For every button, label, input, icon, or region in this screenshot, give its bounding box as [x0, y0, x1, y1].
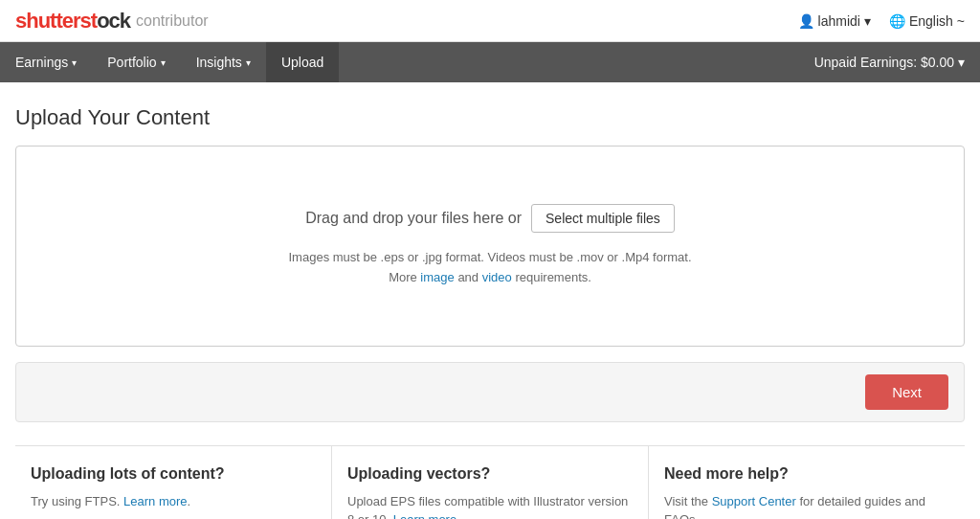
- nav-left: Earnings ▾ Portfolio ▾ Insights ▾ Upload: [0, 42, 339, 82]
- drag-drop-text: Drag and drop your files here or: [305, 210, 522, 227]
- upload-dropzone[interactable]: Drag and drop your files here or Select …: [15, 146, 965, 347]
- nav-earnings-chevron: ▾: [72, 57, 77, 68]
- ftps-learn-more-link[interactable]: Learn more: [123, 494, 187, 508]
- page-title: Upload Your Content: [15, 105, 965, 130]
- lang-label: English: [909, 13, 953, 29]
- user-label: lahmidi: [818, 13, 860, 29]
- nav-earnings-display[interactable]: Unpaid Earnings: $0.00 ▾: [814, 55, 980, 70]
- nav-item-upload[interactable]: Upload: [266, 42, 339, 82]
- unpaid-earnings-label: Unpaid Earnings: $0.00: [814, 55, 954, 70]
- req-line1: Images must be .eps or .jpg format. Vide…: [289, 250, 692, 264]
- info-section-vectors: Uploading vectors? Upload EPS files comp…: [332, 446, 649, 519]
- user-icon: 👤: [799, 13, 814, 29]
- image-requirements-link[interactable]: image: [420, 270, 454, 284]
- req-and: and: [455, 270, 482, 284]
- next-button-bar: Next: [15, 362, 965, 422]
- info-vectors-title: Uploading vectors?: [347, 465, 633, 483]
- info-section-help: Need more help? Visit the Support Center…: [649, 446, 965, 519]
- globe-icon: 🌐: [890, 13, 905, 29]
- top-header: shutterstock contributor 👤 lahmidi ▾ 🌐 E…: [0, 0, 980, 42]
- nav-portfolio-label: Portfolio: [107, 55, 156, 70]
- info-help-text: Visit the Support Center for detailed gu…: [664, 492, 949, 519]
- info-vectors-text: Upload EPS files compatible with Illustr…: [347, 492, 633, 519]
- next-button[interactable]: Next: [865, 374, 948, 410]
- nav-insights-label: Insights: [196, 55, 242, 70]
- video-requirements-link[interactable]: video: [482, 270, 512, 284]
- req-suffix: requirements.: [512, 270, 591, 284]
- nav-item-insights[interactable]: Insights ▾: [181, 42, 266, 82]
- nav-upload-label: Upload: [281, 55, 323, 70]
- info-ftps-text: Try using FTPS. Learn more.: [31, 492, 316, 511]
- language-menu[interactable]: 🌐 English ~: [890, 13, 965, 29]
- nav-insights-chevron: ▾: [246, 57, 251, 68]
- lang-chevron: ~: [957, 13, 965, 29]
- logo-contributor: contributor: [136, 12, 209, 30]
- nav-bar: Earnings ▾ Portfolio ▾ Insights ▾ Upload…: [0, 42, 980, 82]
- upload-requirements: Images must be .eps or .jpg format. Vide…: [35, 248, 945, 288]
- main-content: Upload Your Content Drag and drop your f…: [0, 82, 980, 519]
- drag-drop-area: Drag and drop your files here or Select …: [35, 204, 945, 233]
- top-right-area: 👤 lahmidi ▾ 🌐 English ~: [799, 13, 965, 29]
- user-menu[interactable]: 👤 lahmidi ▾: [799, 13, 871, 29]
- vectors-learn-more-link[interactable]: Learn more: [393, 512, 457, 519]
- select-files-button[interactable]: Select multiple files: [531, 204, 675, 233]
- logo-area: shutterstock contributor: [15, 9, 209, 34]
- info-sections: Uploading lots of content? Try using FTP…: [15, 445, 965, 519]
- info-section-ftps: Uploading lots of content? Try using FTP…: [15, 446, 332, 519]
- info-ftps-title: Uploading lots of content?: [31, 465, 316, 483]
- nav-item-portfolio[interactable]: Portfolio ▾: [92, 42, 180, 82]
- user-chevron: ▾: [864, 13, 871, 29]
- support-center-link[interactable]: Support Center: [712, 494, 796, 508]
- logo-shutterstock: shutterstock: [15, 9, 130, 34]
- info-help-title: Need more help?: [664, 465, 949, 483]
- req-line2-prefix: More: [389, 270, 420, 284]
- nav-earnings-label: Earnings: [15, 55, 68, 70]
- earnings-chevron: ▾: [958, 55, 965, 70]
- nav-portfolio-chevron: ▾: [161, 57, 166, 68]
- nav-item-earnings[interactable]: Earnings ▾: [0, 42, 92, 82]
